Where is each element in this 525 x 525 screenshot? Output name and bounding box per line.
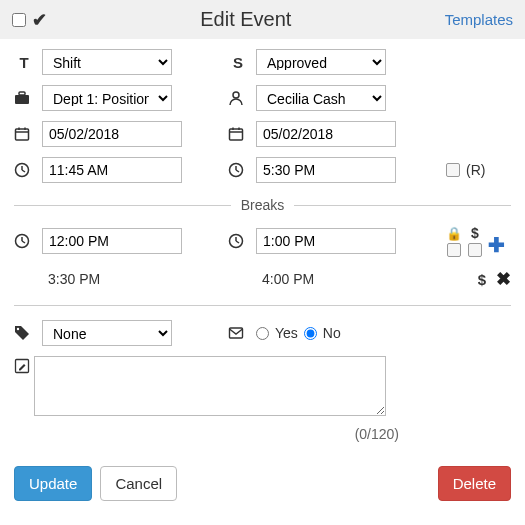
start-time-input[interactable] — [42, 157, 182, 183]
calendar-icon — [228, 126, 248, 142]
break-paid-checkbox[interactable] — [468, 243, 482, 257]
position-select[interactable]: Dept 1: Position 1 — [42, 85, 172, 111]
end-date-input[interactable] — [256, 121, 396, 147]
svg-rect-1 — [19, 92, 25, 95]
svg-line-16 — [236, 170, 239, 172]
type-label: T — [14, 54, 34, 71]
delete-button[interactable]: Delete — [438, 466, 511, 501]
notes-counter: (0/120) — [14, 426, 511, 442]
break-start-input[interactable] — [42, 228, 182, 254]
employee-select[interactable]: Cecilia Cash — [256, 85, 386, 111]
svg-rect-3 — [16, 129, 29, 140]
breaks-divider: Breaks — [14, 197, 511, 213]
status-select[interactable]: Approved — [256, 49, 386, 75]
edit-icon — [14, 356, 34, 374]
svg-point-2 — [233, 92, 239, 98]
start-date-input[interactable] — [42, 121, 182, 147]
end-time-input[interactable] — [256, 157, 396, 183]
svg-line-13 — [22, 170, 25, 172]
clock-icon — [228, 162, 248, 178]
notify-no-label: No — [323, 325, 341, 341]
select-checkbox[interactable] — [12, 13, 26, 27]
cancel-button[interactable]: Cancel — [100, 466, 177, 501]
calendar-icon — [14, 126, 34, 142]
tag-icon — [14, 325, 34, 341]
svg-line-19 — [22, 241, 25, 243]
clock-icon — [14, 162, 34, 178]
briefcase-icon — [14, 90, 34, 106]
notify-no-radio[interactable] — [304, 327, 317, 340]
clock-icon — [228, 233, 248, 249]
checkmark-icon: ✔ — [32, 9, 47, 31]
type-select[interactable]: Shift — [42, 49, 172, 75]
repeat-label: (R) — [466, 162, 485, 178]
templates-link[interactable]: Templates — [445, 11, 513, 28]
break2-end-text: 4:00 PM — [256, 267, 396, 291]
notes-textarea[interactable] — [34, 356, 386, 416]
tag-select[interactable]: None — [42, 320, 172, 346]
person-icon — [228, 90, 248, 106]
svg-rect-7 — [230, 129, 243, 140]
status-label: S — [228, 54, 248, 71]
dialog-header: ✔ Edit Event Templates — [0, 0, 525, 39]
svg-rect-0 — [15, 95, 29, 104]
breaks-label: Breaks — [231, 197, 295, 213]
add-break-button[interactable]: ✚ — [488, 233, 505, 257]
dialog-title: Edit Event — [47, 8, 445, 31]
lock-icon: 🔒 — [446, 226, 462, 241]
svg-line-22 — [236, 241, 239, 243]
notify-yes-label: Yes — [275, 325, 298, 341]
break-end-input[interactable] — [256, 228, 396, 254]
svg-rect-24 — [230, 328, 243, 338]
svg-point-23 — [17, 328, 19, 330]
clock-icon — [14, 233, 34, 249]
update-button[interactable]: Update — [14, 466, 92, 501]
break2-start-text: 3:30 PM — [42, 267, 182, 291]
dollar-icon: $ — [471, 225, 479, 241]
repeat-checkbox[interactable] — [446, 163, 460, 177]
notify-yes-radio[interactable] — [256, 327, 269, 340]
break-lock-checkbox[interactable] — [447, 243, 461, 257]
envelope-icon — [228, 325, 248, 341]
dollar-icon: $ — [478, 271, 486, 288]
remove-break-button[interactable]: ✖ — [496, 268, 511, 290]
